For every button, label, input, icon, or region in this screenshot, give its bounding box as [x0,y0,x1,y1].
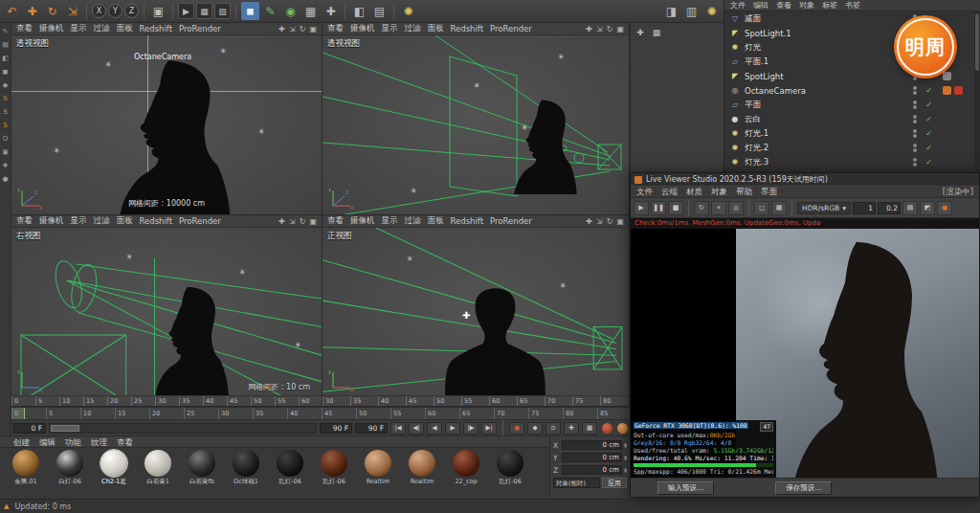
current-frame-field[interactable]: 0 F [13,423,46,434]
layout-icon[interactable]: ▥ [682,2,701,20]
menu-view[interactable]: 查看 [327,23,344,34]
material-preview[interactable] [453,450,479,477]
viewport-canvas[interactable]: 正视图 ✳ ✳ ✚ Y X 303540455055606570758 [323,228,629,406]
selection-s2-icon[interactable]: S [1,107,11,117]
move-tool-icon[interactable]: ✚ [634,26,647,39]
region-render-icon[interactable]: ◻ [754,201,769,215]
menu-texture[interactable]: 纹理 [91,437,107,446]
prev-key-button[interactable]: ◀| [409,422,424,435]
zoom-icon[interactable]: ⇲ [289,217,296,226]
material-item[interactable]: Realtim [356,450,400,486]
viewport-perspective[interactable]: 查看 摄像机 显示 过滤 面板 Redshift ProRender ✚ ⇲ ↻… [323,23,630,215]
max-frame-field[interactable]: 90 F [355,423,388,434]
play-button[interactable]: ▶ [445,422,460,435]
display-mode-icon[interactable]: ◨ [662,2,680,20]
menu-bookmark[interactable]: 书签 [845,0,860,11]
camera-tag-icon[interactable] [954,86,963,95]
maximize-icon[interactable]: ▣ [309,25,317,33]
visibility-dots[interactable] [913,129,917,138]
menu-edit[interactable]: 编辑 [39,437,56,446]
menu-panel[interactable]: 面板 [117,215,133,227]
position-key-button[interactable]: ✚ [564,422,579,435]
material-item[interactable]: 乱灯-06 [268,450,312,486]
pen-icon[interactable]: ✎ [1,27,11,36]
viewport-right[interactable]: 查看 摄像机 显示 过滤 面板 Redshift ProRender ✚ ⇲ ↻… [11,215,323,407]
menu-help[interactable]: 帮助 [736,187,752,198]
menu-view[interactable]: 查看 [327,215,344,227]
menu-objects[interactable]: 对象 [711,187,727,198]
enabled-check-icon[interactable]: ✓ [925,144,932,152]
material-preview[interactable] [100,450,127,477]
material-preview[interactable] [277,450,303,477]
parameter-key-button[interactable]: ▦ [582,422,597,435]
goto-start-button[interactable]: |◀ [390,422,406,435]
material-item[interactable]: Realtim [400,450,444,486]
menu-tag[interactable]: 标签 [822,0,837,11]
material-preview[interactable] [321,450,347,477]
subsample-spinner[interactable]: 1 [853,202,876,214]
menu-redshift[interactable]: Redshift [451,24,484,33]
color-space-dropdown[interactable]: HDR/sRGB▾ [797,202,851,214]
material-preview[interactable] [189,450,215,477]
goto-end-button[interactable]: ▶| [481,422,497,435]
position-x-field[interactable]: 0 cm [562,440,622,450]
menu-redshift[interactable]: Redshift [140,24,173,33]
maximize-icon[interactable]: ▣ [616,217,624,226]
material-preview[interactable] [56,450,83,477]
object-row[interactable]: ▱ 平面 ✓ [724,98,980,112]
viewport-front[interactable]: 查看 摄像机 显示 过滤 面板 Redshift ProRender ✚ ⇲ ↻… [323,215,630,407]
menu-display[interactable]: 显示 [382,23,398,34]
menu-file[interactable]: 文件 [636,187,653,198]
import-preset-button[interactable]: 输入预设... [657,481,714,495]
scrollbar[interactable] [974,11,980,172]
lamp-icon[interactable]: ✺ [702,2,721,20]
position-z-field[interactable]: 0 cm [562,465,622,475]
octane-live-viewer-window[interactable]: Live Viewer Studio 2020.2.5-R3 (159天试用时间… [630,172,980,498]
menu-view[interactable]: 查看 [16,215,33,227]
viewport-canvas[interactable]: 透视视图 OctaneCamera ✳ ✳ ✳ ✳ Y X Z 网格间距 : 1… [11,35,322,214]
octane-node-icon[interactable]: ● [937,201,952,215]
focus-picker-icon[interactable]: ⌖ [711,201,726,215]
workplane-icon[interactable]: ◧ [350,2,368,20]
menu-prorender[interactable]: ProRender [490,24,532,33]
y-axis-lock-icon[interactable]: Y [108,4,122,18]
visibility-dots[interactable] [913,144,917,152]
layers-icon[interactable]: ▤ [1,40,11,50]
record-key-button[interactable]: ● [509,422,524,435]
material-preview[interactable] [233,450,259,477]
solo-button[interactable] [617,423,628,434]
grid-icon[interactable]: ▣ [1,147,11,157]
region-scale-spinner[interactable]: 0.2 [878,202,901,214]
live-viewer-titlebar[interactable]: Live Viewer Studio 2020.2.5-R3 (159天试用时间… [631,173,979,186]
object-o-icon[interactable]: O [1,134,11,144]
material-preview[interactable] [409,450,435,477]
timeline-ruler[interactable]: 0510152025303540455055606570758085 [11,407,630,419]
visibility-dots[interactable] [913,86,917,95]
orbit-icon[interactable]: ↻ [607,25,613,33]
subdivision-icon[interactable]: ◉ [281,2,300,20]
enabled-check-icon[interactable]: ✓ [925,100,932,109]
orbit-icon[interactable]: ↻ [300,217,306,226]
object-row-octane-camera[interactable]: ◎ OctaneCamera ✓ [724,83,980,98]
zoom-icon[interactable]: ⇲ [596,25,603,33]
render-settings-icon[interactable]: ▧ [214,3,231,19]
spline-pen-icon[interactable]: ✎ [261,2,279,20]
menu-edit[interactable]: 编辑 [753,0,768,11]
axis-icon[interactable]: ✚ [322,2,340,20]
z-axis-lock-icon[interactable]: Z [124,4,139,18]
material-item[interactable]: 白石膏1 [136,450,180,486]
apply-button[interactable]: 应用 [602,478,627,488]
timeline-slider[interactable] [49,423,317,434]
timeline-slider-handle[interactable] [51,425,79,432]
material-preview[interactable] [365,450,391,477]
selection-s3-icon[interactable]: S [1,121,11,130]
scale-icon[interactable]: ⇲ [63,2,81,20]
material-item[interactable]: 白灯-06 [48,450,92,486]
target-tag-icon[interactable] [943,72,951,80]
autokey-button[interactable]: ◆ [527,422,543,435]
material-item[interactable]: 乱灯-06 [488,450,532,486]
menu-camera[interactable]: 摄像机 [39,215,64,227]
menu-materials[interactable]: 材质 [686,187,702,198]
render-view[interactable]: 47GeForce RTX 3060[DT](8.6): %100 Out-of… [631,229,979,478]
points-icon[interactable]: ◆ [1,80,11,90]
